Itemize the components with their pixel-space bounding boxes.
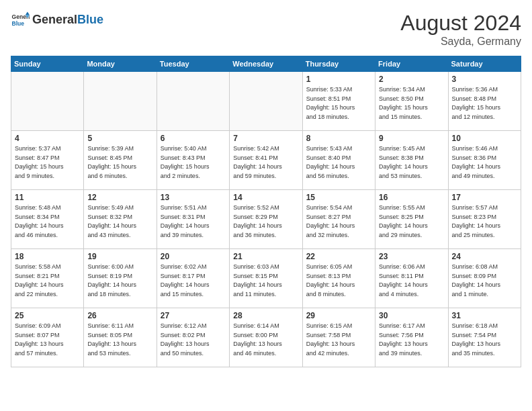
day-info: Sunrise: 5:54 AM Sunset: 8:27 PM Dayligh… [306, 203, 371, 240]
day-cell: 19Sunrise: 6:00 AM Sunset: 8:19 PM Dayli… [84, 249, 157, 308]
day-number: 15 [306, 193, 371, 202]
day-number: 31 [452, 311, 517, 320]
day-cell: 24Sunrise: 6:08 AM Sunset: 8:09 PM Dayli… [448, 249, 521, 308]
header-row: SundayMondayTuesdayWednesdayThursdayFrid… [11, 56, 521, 72]
day-info: Sunrise: 5:37 AM Sunset: 8:47 PM Dayligh… [15, 144, 80, 181]
day-cell: 5Sunrise: 5:39 AM Sunset: 8:45 PM Daylig… [84, 131, 157, 190]
day-cell: 27Sunrise: 6:12 AM Sunset: 8:02 PM Dayli… [157, 308, 229, 367]
day-number: 5 [87, 134, 152, 143]
day-cell: 13Sunrise: 5:51 AM Sunset: 8:31 PM Dayli… [157, 190, 229, 249]
day-info: Sunrise: 5:51 AM Sunset: 8:31 PM Dayligh… [161, 203, 226, 240]
day-info: Sunrise: 5:43 AM Sunset: 8:40 PM Dayligh… [306, 144, 371, 181]
day-info: Sunrise: 5:33 AM Sunset: 8:51 PM Dayligh… [306, 85, 371, 122]
page-header: General Blue GeneralBlue August 2024 Say… [11, 11, 521, 48]
day-cell: 9Sunrise: 5:45 AM Sunset: 8:38 PM Daylig… [375, 131, 448, 190]
location: Sayda, Germany [400, 36, 521, 48]
month-year: August 2024 [400, 11, 521, 36]
day-cell: 10Sunrise: 5:46 AM Sunset: 8:36 PM Dayli… [448, 131, 521, 190]
day-info: Sunrise: 6:14 AM Sunset: 8:00 PM Dayligh… [233, 322, 298, 358]
day-number: 26 [87, 311, 152, 320]
day-info: Sunrise: 6:00 AM Sunset: 8:19 PM Dayligh… [87, 263, 152, 299]
day-info: Sunrise: 5:55 AM Sunset: 8:25 PM Dayligh… [379, 203, 444, 240]
day-cell [84, 72, 157, 131]
day-cell: 17Sunrise: 5:57 AM Sunset: 8:23 PM Dayli… [448, 190, 521, 249]
day-number: 19 [87, 252, 152, 261]
week-row-1: 1Sunrise: 5:33 AM Sunset: 8:51 PM Daylig… [11, 72, 521, 131]
day-number: 13 [161, 193, 226, 202]
day-info: Sunrise: 5:40 AM Sunset: 8:43 PM Dayligh… [161, 144, 226, 181]
week-row-5: 25Sunrise: 6:09 AM Sunset: 8:07 PM Dayli… [11, 308, 521, 367]
title-block: August 2024 Sayda, Germany [400, 11, 521, 48]
calendar-table: SundayMondayTuesdayWednesdayThursdayFrid… [11, 56, 521, 367]
day-cell [157, 72, 229, 131]
day-number: 7 [233, 134, 298, 143]
col-header-friday: Friday [375, 56, 448, 72]
day-cell [230, 72, 302, 131]
day-cell: 1Sunrise: 5:33 AM Sunset: 8:51 PM Daylig… [302, 72, 375, 131]
day-cell: 29Sunrise: 6:15 AM Sunset: 7:58 PM Dayli… [302, 308, 375, 367]
day-number: 25 [15, 311, 80, 320]
day-number: 17 [452, 193, 517, 202]
logo: General Blue GeneralBlue [11, 11, 103, 30]
day-number: 8 [306, 134, 371, 143]
day-cell: 15Sunrise: 5:54 AM Sunset: 8:27 PM Dayli… [302, 190, 375, 249]
day-info: Sunrise: 6:05 AM Sunset: 8:13 PM Dayligh… [306, 263, 371, 299]
day-number: 12 [87, 193, 152, 202]
day-cell: 11Sunrise: 5:48 AM Sunset: 8:34 PM Dayli… [11, 190, 84, 249]
day-number: 14 [233, 193, 298, 202]
day-cell: 6Sunrise: 5:40 AM Sunset: 8:43 PM Daylig… [157, 131, 229, 190]
day-number: 6 [161, 134, 226, 143]
day-number: 16 [379, 193, 444, 202]
day-info: Sunrise: 5:52 AM Sunset: 8:29 PM Dayligh… [233, 203, 298, 240]
day-cell: 8Sunrise: 5:43 AM Sunset: 8:40 PM Daylig… [302, 131, 375, 190]
day-cell: 12Sunrise: 5:49 AM Sunset: 8:32 PM Dayli… [84, 190, 157, 249]
day-info: Sunrise: 6:02 AM Sunset: 8:17 PM Dayligh… [161, 263, 226, 299]
col-header-saturday: Saturday [448, 56, 521, 72]
day-info: Sunrise: 5:36 AM Sunset: 8:48 PM Dayligh… [452, 85, 517, 122]
day-cell: 7Sunrise: 5:42 AM Sunset: 8:41 PM Daylig… [230, 131, 302, 190]
day-info: Sunrise: 5:49 AM Sunset: 8:32 PM Dayligh… [87, 203, 152, 240]
col-header-wednesday: Wednesday [230, 56, 302, 72]
day-cell: 25Sunrise: 6:09 AM Sunset: 8:07 PM Dayli… [11, 308, 84, 367]
day-cell [11, 72, 84, 131]
day-number: 10 [452, 134, 517, 143]
day-number: 23 [379, 252, 444, 261]
day-info: Sunrise: 6:08 AM Sunset: 8:09 PM Dayligh… [452, 263, 517, 299]
day-cell: 28Sunrise: 6:14 AM Sunset: 8:00 PM Dayli… [230, 308, 302, 367]
day-info: Sunrise: 6:12 AM Sunset: 8:02 PM Dayligh… [161, 322, 226, 358]
day-info: Sunrise: 6:06 AM Sunset: 8:11 PM Dayligh… [379, 263, 444, 299]
day-info: Sunrise: 5:39 AM Sunset: 8:45 PM Dayligh… [87, 144, 152, 181]
day-info: Sunrise: 6:03 AM Sunset: 8:15 PM Dayligh… [233, 263, 298, 299]
day-cell: 23Sunrise: 6:06 AM Sunset: 8:11 PM Dayli… [375, 249, 448, 308]
day-info: Sunrise: 5:57 AM Sunset: 8:23 PM Dayligh… [452, 203, 517, 240]
day-info: Sunrise: 5:58 AM Sunset: 8:21 PM Dayligh… [15, 263, 80, 299]
day-number: 30 [379, 311, 444, 320]
day-cell: 4Sunrise: 5:37 AM Sunset: 8:47 PM Daylig… [11, 131, 84, 190]
day-info: Sunrise: 5:48 AM Sunset: 8:34 PM Dayligh… [15, 203, 80, 240]
day-number: 24 [452, 252, 517, 261]
day-number: 29 [306, 311, 371, 320]
day-number: 9 [379, 134, 444, 143]
day-info: Sunrise: 6:11 AM Sunset: 8:05 PM Dayligh… [87, 322, 152, 358]
col-header-tuesday: Tuesday [157, 56, 229, 72]
week-row-4: 18Sunrise: 5:58 AM Sunset: 8:21 PM Dayli… [11, 249, 521, 308]
day-number: 11 [15, 193, 80, 202]
day-cell: 31Sunrise: 6:18 AM Sunset: 7:54 PM Dayli… [448, 308, 521, 367]
day-info: Sunrise: 5:46 AM Sunset: 8:36 PM Dayligh… [452, 144, 517, 181]
day-number: 2 [379, 75, 444, 84]
day-info: Sunrise: 5:42 AM Sunset: 8:41 PM Dayligh… [233, 144, 298, 181]
day-cell: 2Sunrise: 5:34 AM Sunset: 8:50 PM Daylig… [375, 72, 448, 131]
day-number: 3 [452, 75, 517, 84]
week-row-3: 11Sunrise: 5:48 AM Sunset: 8:34 PM Dayli… [11, 190, 521, 249]
svg-text:Blue: Blue [12, 20, 25, 27]
day-number: 21 [233, 252, 298, 261]
day-cell: 26Sunrise: 6:11 AM Sunset: 8:05 PM Dayli… [84, 308, 157, 367]
day-number: 27 [161, 311, 226, 320]
day-cell: 20Sunrise: 6:02 AM Sunset: 8:17 PM Dayli… [157, 249, 229, 308]
day-number: 22 [306, 252, 371, 261]
day-number: 28 [233, 311, 298, 320]
col-header-thursday: Thursday [302, 56, 375, 72]
day-info: Sunrise: 5:45 AM Sunset: 8:38 PM Dayligh… [379, 144, 444, 181]
col-header-sunday: Sunday [11, 56, 84, 72]
day-cell: 14Sunrise: 5:52 AM Sunset: 8:29 PM Dayli… [230, 190, 302, 249]
